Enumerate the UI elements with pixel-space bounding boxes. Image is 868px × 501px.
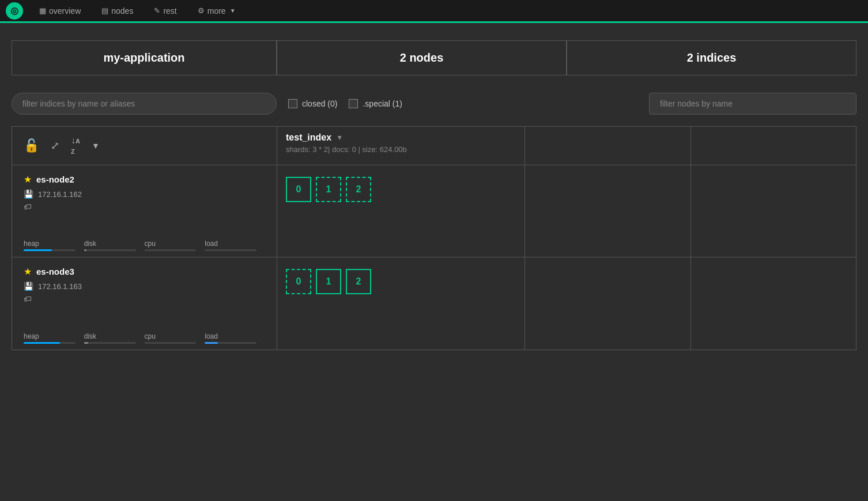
rest-icon: ✎ <box>154 6 160 15</box>
index-name: test_index ▼ <box>286 132 516 143</box>
main-table: 🔓 ⤢ ↓AZ ▼ test_index ▼ shards: 3 * 2| do… <box>12 126 856 350</box>
special-filter-group: .special (1) <box>349 99 402 108</box>
node-cell-1: ★ es-node2 💾 172.16.1.162 🏷 heap <box>12 165 277 257</box>
node2-heap-label: heap <box>24 332 81 340</box>
empty-col-3 <box>691 127 856 165</box>
node1-name: es-node2 <box>36 174 74 184</box>
node1-load-label: load <box>205 240 262 248</box>
more-dropdown-arrow: ▼ <box>230 7 236 14</box>
node1-star-icon[interactable]: ★ <box>24 174 32 185</box>
column-dropdown-icon[interactable]: ▼ <box>92 141 100 150</box>
node1-load-metric: load <box>205 240 265 251</box>
node2-tag-row: 🏷 <box>24 294 265 303</box>
shard-2-primary[interactable]: 2 <box>346 269 371 294</box>
node2-name: es-node3 <box>36 267 74 276</box>
nav-nodes[interactable]: ▤ nodes <box>97 0 138 21</box>
node-cell-2: ★ es-node3 💾 172.16.1.163 🏷 heap <box>12 257 277 350</box>
nav-rest[interactable]: ✎ rest <box>149 0 181 21</box>
index-dropdown-arrow[interactable]: ▼ <box>336 134 343 142</box>
sort-az-icon[interactable]: ↓AZ <box>71 135 80 156</box>
node1-load-bar <box>205 249 210 251</box>
cluster-name: my-application <box>103 51 184 64</box>
node2-load-label: load <box>205 332 262 340</box>
filter-nodes-input[interactable] <box>649 93 856 115</box>
nodes-count: 2 nodes <box>400 51 444 64</box>
node1-tag-row: 🏷 <box>24 202 265 211</box>
node1-disk-bar-bg <box>84 249 136 251</box>
nav-more[interactable]: ⚙ more ▼ <box>193 0 240 21</box>
node2-ip: 172.16.1.163 <box>38 282 82 291</box>
main-content: my-application 2 nodes 2 indices closed … <box>0 23 868 362</box>
node2-star-icon[interactable]: ★ <box>24 266 32 277</box>
nodes-count-box: 2 nodes <box>277 40 567 75</box>
node1-shards-cell: 0 1 2 <box>277 165 525 257</box>
node1-empty-col3 <box>691 165 856 257</box>
index-meta: shards: 3 * 2| docs: 0 | size: 624.00b <box>286 145 516 154</box>
node1-cpu-metric: cpu <box>145 240 205 251</box>
shard-0-primary[interactable]: 0 <box>286 177 311 202</box>
table-row: ★ es-node3 💾 172.16.1.163 🏷 heap <box>12 257 856 350</box>
stats-bar: my-application 2 nodes 2 indices <box>12 40 856 75</box>
node1-disk-label: disk <box>84 240 142 248</box>
shard-1-primary[interactable]: 1 <box>316 269 341 294</box>
node1-heap-bar <box>24 249 52 251</box>
node2-heap-bar-bg <box>24 342 76 344</box>
node1-ip-row: 💾 172.16.1.162 <box>24 189 265 199</box>
node2-heap-bar <box>24 342 60 344</box>
closed-filter-group: closed (0) <box>288 99 337 108</box>
filter-indices-input[interactable] <box>12 93 277 115</box>
node2-load-metric: load <box>205 332 265 344</box>
node2-disk-bar-bg <box>84 342 136 344</box>
node2-cpu-bar-bg <box>145 342 197 344</box>
node2-disk-metric: disk <box>84 332 145 344</box>
expand-icon[interactable]: ⤢ <box>51 139 59 152</box>
nav-overview[interactable]: ▦ overview <box>35 0 85 21</box>
overview-icon: ▦ <box>39 6 46 15</box>
node1-empty-col2 <box>525 165 691 257</box>
node2-heap-metric: heap <box>24 332 84 344</box>
special-checkbox[interactable] <box>349 99 358 108</box>
node2-cpu-metric: cpu <box>145 332 205 344</box>
shard-2-replica[interactable]: 2 <box>346 177 371 202</box>
node1-heap-label: heap <box>24 240 81 248</box>
node2-metrics: heap disk cpu <box>24 332 265 344</box>
node2-disk-icon: 💾 <box>24 282 33 291</box>
node1-cpu-label: cpu <box>145 240 202 248</box>
filter-bar: closed (0) .special (1) <box>12 93 856 115</box>
table-header: 🔓 ⤢ ↓AZ ▼ test_index ▼ shards: 3 * 2| do… <box>12 127 856 165</box>
node2-empty-col2 <box>525 257 691 350</box>
node1-load-bar-bg <box>205 249 256 251</box>
shard-1-replica[interactable]: 1 <box>316 177 341 202</box>
node2-load-bar-bg <box>205 342 256 344</box>
node1-ip: 172.16.1.162 <box>38 190 82 199</box>
more-icon: ⚙ <box>198 6 205 15</box>
node2-cpu-label: cpu <box>145 332 202 340</box>
closed-checkbox[interactable] <box>288 99 297 108</box>
node-name-row-1: ★ es-node2 <box>24 174 265 185</box>
shard-0-replica[interactable]: 0 <box>286 269 311 294</box>
node1-heap-metric: heap <box>24 240 84 251</box>
table-row: ★ es-node2 💾 172.16.1.162 🏷 heap <box>12 165 856 257</box>
node2-disk-label: disk <box>84 332 142 340</box>
node2-tag-icon: 🏷 <box>24 294 32 303</box>
closed-label: closed (0) <box>302 99 337 108</box>
node2-load-bar <box>205 342 217 344</box>
node2-ip-row: 💾 172.16.1.163 <box>24 282 265 291</box>
node1-cpu-bar <box>145 249 146 251</box>
node-column-header: 🔓 ⤢ ↓AZ ▼ <box>12 127 277 165</box>
node2-cpu-bar <box>145 342 146 344</box>
node-name-row-2: ★ es-node3 <box>24 266 265 277</box>
node1-disk-bar <box>84 249 86 251</box>
cluster-name-box: my-application <box>12 40 277 75</box>
node1-metrics: heap disk cpu <box>24 240 265 251</box>
empty-col-2 <box>525 127 691 165</box>
node2-shards-cell: 0 1 2 <box>277 257 525 350</box>
index-column-header: test_index ▼ shards: 3 * 2| docs: 0 | si… <box>277 127 525 165</box>
nodes-icon: ▤ <box>101 6 108 15</box>
top-nav: ◎ ▦ overview ▤ nodes ✎ rest ⚙ more ▼ <box>0 0 868 23</box>
node2-empty-col3 <box>691 257 856 350</box>
node1-disk-metric: disk <box>84 240 145 251</box>
lock-icon[interactable]: 🔓 <box>24 138 39 153</box>
special-label: .special (1) <box>363 99 402 108</box>
node2-disk-bar <box>84 342 88 344</box>
